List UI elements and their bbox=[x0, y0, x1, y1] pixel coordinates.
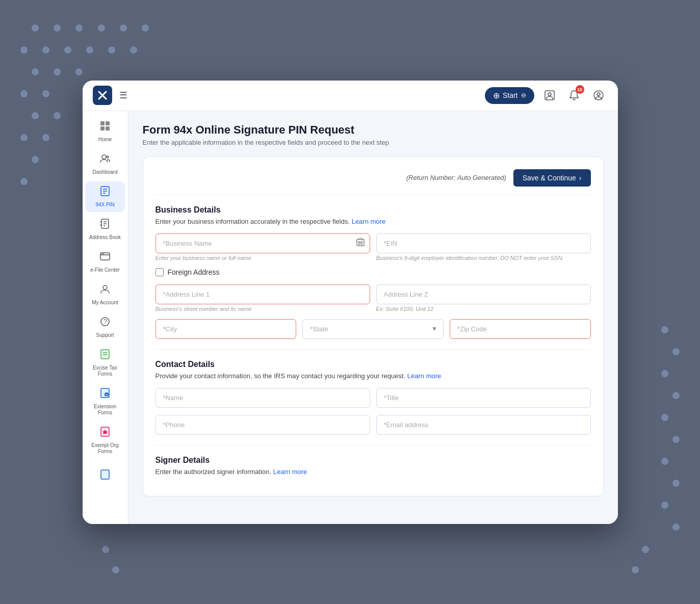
home-icon bbox=[99, 120, 111, 135]
address-book-icon bbox=[99, 218, 111, 232]
sidebar-item-address-book[interactable]: Address Book bbox=[85, 214, 125, 245]
app-logo bbox=[93, 86, 112, 105]
sidebar-excise-label: Excise Tax Forms bbox=[87, 365, 123, 377]
sidebar-efile-label: e-File Center bbox=[90, 267, 120, 273]
sidebar-item-excise[interactable]: Excise Tax Forms bbox=[85, 345, 125, 381]
address2-input[interactable] bbox=[376, 284, 591, 304]
sidebar-item-extension[interactable]: ? Extension Forms bbox=[85, 383, 125, 420]
email-group bbox=[376, 415, 591, 435]
state-group: *State ▼ bbox=[302, 319, 444, 339]
contact-details-title: Contact Details bbox=[155, 360, 591, 369]
business-details-section: Business Details Enter your business inf… bbox=[155, 205, 591, 339]
signer-details-desc: Enter the authorized signer information.… bbox=[155, 468, 591, 476]
city-input[interactable] bbox=[155, 319, 297, 339]
signer-details-title: Signer Details bbox=[155, 456, 591, 465]
sidebar-item-support[interactable]: ? Support bbox=[85, 312, 125, 343]
svg-point-25 bbox=[103, 253, 104, 254]
svg-rect-21 bbox=[100, 224, 101, 226]
section-divider-1 bbox=[155, 349, 591, 350]
sidebar-address-label: Address Book bbox=[89, 234, 121, 241]
notifications-button[interactable]: 15 bbox=[565, 86, 583, 104]
svg-text:?: ? bbox=[106, 392, 108, 397]
save-continue-button[interactable]: Save & Continue › bbox=[513, 169, 591, 187]
svg-point-26 bbox=[103, 285, 107, 290]
contact-learn-more-link[interactable]: Learn more bbox=[407, 372, 441, 380]
topbar: ☰ ⊕ Start ⊖ 15 bbox=[83, 81, 618, 111]
address1-group: Business's street number and its name bbox=[155, 284, 370, 312]
efile-icon bbox=[99, 251, 111, 265]
name-input[interactable] bbox=[155, 388, 370, 408]
start-label: Start bbox=[503, 91, 518, 99]
phone-group bbox=[155, 415, 370, 435]
svg-point-24 bbox=[101, 253, 102, 254]
sidebar-item-home[interactable]: Home bbox=[85, 116, 125, 147]
start-button[interactable]: ⊕ Start ⊖ bbox=[485, 87, 534, 104]
sidebar-item-dashboard[interactable]: Dashboard bbox=[85, 149, 125, 179]
address-lines-row: Business's street number and its name Ex… bbox=[155, 284, 591, 312]
svg-rect-6 bbox=[100, 121, 105, 125]
address1-hint: Business's street number and its name bbox=[155, 306, 370, 312]
notification-badge: 15 bbox=[576, 85, 584, 94]
contacts-button[interactable] bbox=[540, 86, 559, 104]
account-icon bbox=[99, 283, 111, 298]
business-name-hint: Enter your business name or full name bbox=[155, 255, 370, 261]
return-bar: (Return Number: Auto Generated) Save & C… bbox=[155, 169, 591, 195]
sidebar-support-label: Support bbox=[96, 332, 114, 338]
hamburger-icon[interactable]: ☰ bbox=[119, 90, 127, 101]
business-name-input-wrapper bbox=[155, 233, 370, 253]
svg-point-3 bbox=[548, 93, 551, 96]
page-subtitle: Enter the applicable information in the … bbox=[143, 139, 604, 146]
sidebar-extension-label: Extension Forms bbox=[87, 404, 123, 416]
excise-icon bbox=[99, 349, 111, 363]
address2-hint: Ex: Suite #100, Unit 12 bbox=[376, 306, 591, 312]
sidebar-item-bottom[interactable] bbox=[85, 461, 125, 491]
sidebar-item-account[interactable]: My Account bbox=[85, 279, 125, 310]
svg-rect-8 bbox=[100, 126, 105, 130]
sidebar: Home Dashboard bbox=[83, 111, 128, 524]
business-name-input[interactable] bbox=[155, 233, 370, 253]
form-card: (Return Number: Auto Generated) Save & C… bbox=[143, 156, 604, 496]
account-button[interactable] bbox=[589, 86, 608, 104]
name-group bbox=[155, 388, 370, 408]
foreign-address-checkbox[interactable] bbox=[155, 268, 164, 276]
contact-details-section: Contact Details Provide your contact inf… bbox=[155, 360, 591, 435]
plus-icon: ⊕ bbox=[493, 91, 500, 100]
topbar-right: ⊕ Start ⊖ 15 bbox=[485, 86, 608, 104]
business-name-group: Enter your business name or full name bbox=[155, 233, 370, 261]
page-title: Form 94x Online Signature PIN Request bbox=[143, 123, 604, 137]
arrow-icon: ⊖ bbox=[521, 92, 526, 99]
ein-group: Business's 9-digit employer identificati… bbox=[376, 233, 591, 261]
extension-icon: ? bbox=[99, 387, 111, 402]
phone-input[interactable] bbox=[155, 415, 370, 435]
business-learn-more-link[interactable]: Learn more bbox=[352, 218, 385, 225]
title-input[interactable] bbox=[376, 388, 591, 408]
signer-learn-more-link[interactable]: Learn more bbox=[273, 468, 307, 476]
chevron-right-icon: › bbox=[579, 174, 582, 182]
content-area: Form 94x Online Signature PIN Request En… bbox=[128, 111, 618, 524]
title-group bbox=[376, 388, 591, 408]
save-continue-label: Save & Continue bbox=[523, 174, 576, 182]
zipcode-input[interactable] bbox=[450, 319, 591, 339]
foreign-address-row: Foreign Address bbox=[155, 268, 591, 276]
section-divider-2 bbox=[155, 445, 591, 445]
address2-group: Ex: Suite #100, Unit 12 bbox=[376, 284, 591, 312]
svg-point-5 bbox=[597, 93, 600, 96]
sidebar-exempt-label: Exempt Org Forms bbox=[87, 442, 123, 455]
city-state-zip-row: *State ▼ bbox=[155, 319, 591, 339]
signer-details-section: Signer Details Enter the authorized sign… bbox=[155, 456, 591, 476]
ein-input[interactable] bbox=[376, 233, 591, 253]
svg-rect-7 bbox=[106, 121, 110, 125]
sidebar-item-exempt[interactable]: Exempt Org Forms bbox=[85, 422, 125, 459]
svg-rect-9 bbox=[106, 126, 110, 130]
return-number-label: (Return Number: Auto Generated) bbox=[406, 174, 506, 181]
state-select[interactable]: *State bbox=[302, 319, 444, 339]
exempt-icon bbox=[99, 426, 111, 440]
contact-details-desc: Provide your contact information, so the… bbox=[155, 372, 591, 380]
sidebar-item-efile[interactable]: e-File Center bbox=[85, 247, 125, 277]
email-input[interactable] bbox=[376, 415, 591, 435]
name-title-row bbox=[155, 388, 591, 408]
sidebar-item-94xpin[interactable]: 94X PIN bbox=[85, 181, 125, 212]
foreign-address-label: Foreign Address bbox=[168, 268, 220, 276]
address1-input[interactable] bbox=[155, 284, 370, 304]
svg-point-11 bbox=[107, 156, 109, 158]
